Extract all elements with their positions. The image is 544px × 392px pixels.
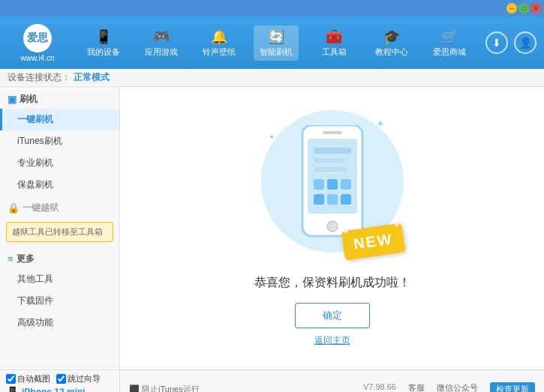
footer-links: V7.98.66 客服 微信公众号 检查更新 <box>363 382 535 392</box>
tutorial-icon: 🎓 <box>383 28 400 45</box>
auto-screenshot-checkbox[interactable]: 自动截图 <box>6 373 50 385</box>
return-link[interactable]: 返回主页 <box>314 334 350 347</box>
footer-device-panel: 自动截图 跳过向导 📱 iPhone 12 mini 64GB Down-12m… <box>0 370 120 392</box>
sidebar-item-other-tools[interactable]: 其他工具 <box>0 268 119 290</box>
nav-bar: 📱 我的设备 🎮 应用游戏 🔔 铃声壁纸 🔄 智能刷机 🧰 工具箱 🎓 教程中心… <box>75 25 478 61</box>
toolbox-icon: 🧰 <box>326 28 342 45</box>
header: 爱思 www.i4.cn 📱 我的设备 🎮 应用游戏 🔔 铃声壁纸 🔄 智能刷机… <box>0 16 544 69</box>
jailbreak-notice-text: 越狱工具已转移至工具箱 <box>12 227 103 236</box>
window-controls: ─ □ ✕ <box>506 3 541 13</box>
ringtone-icon: 🔔 <box>211 28 227 45</box>
svg-rect-5 <box>314 158 344 163</box>
svg-rect-10 <box>314 194 324 205</box>
footer-right-panel: ⬛ 阻止iTunes运行 V7.98.66 客服 微信公众号 检查更新 <box>120 370 544 392</box>
flash-section-icon: ▣ <box>8 94 17 105</box>
svg-rect-12 <box>341 194 351 205</box>
download-button[interactable]: ⬇ <box>485 31 508 54</box>
nav-apps-games[interactable]: 🎮 应用游戏 <box>139 25 184 61</box>
svg-rect-9 <box>341 179 351 190</box>
toolbox-label: 工具箱 <box>322 46 347 58</box>
smart-flash-label: 智能刷机 <box>260 46 293 58</box>
sidebar-item-itunes-flash[interactable]: iTunes刷机 <box>0 130 119 152</box>
nav-toolbox[interactable]: 🧰 工具箱 <box>311 25 356 61</box>
stop-itunes-text: ⬛ 阻止iTunes运行 <box>129 385 200 392</box>
auto-screenshot-input[interactable] <box>6 374 16 384</box>
nav-shop[interactable]: 🛒 爱思商城 <box>427 25 472 61</box>
sidebar-item-pro-flash[interactable]: 专业刷机 <box>0 152 119 174</box>
svg-rect-4 <box>314 148 351 154</box>
sidebar-section-more: ≡ 更多 <box>0 247 119 268</box>
sidebar-item-advanced[interactable]: 高级功能 <box>0 312 119 334</box>
nav-smart-flash[interactable]: 🔄 智能刷机 <box>254 25 299 61</box>
ringtone-label: 铃声壁纸 <box>203 46 236 58</box>
svg-rect-6 <box>314 167 347 172</box>
sidebar-section-flash: ▣ 刷机 <box>0 87 119 109</box>
status-label: 设备连接状态： <box>8 71 71 84</box>
svg-rect-8 <box>327 179 338 190</box>
sparkle-top-right: ✦ <box>376 118 385 130</box>
device-line: 📱 iPhone 12 mini <box>6 386 113 392</box>
apps-label: 应用游戏 <box>145 46 178 58</box>
success-message: 恭喜您，保资料刷机成功啦！ <box>254 275 410 291</box>
logo-url: www.i4.cn <box>20 54 54 62</box>
smart-flash-icon: 🔄 <box>268 28 284 45</box>
app-footer: 自动截图 跳过向导 📱 iPhone 12 mini 64GB Down-12m… <box>0 370 544 392</box>
jailbreak-icon: 🔒 <box>8 202 20 214</box>
phone-illustration: NEW ✦ ✦ ✦ ✦ <box>257 110 407 260</box>
apps-icon: 🎮 <box>153 28 170 45</box>
nav-ringtone[interactable]: 🔔 铃声壁纸 <box>197 25 242 61</box>
logo[interactable]: 爱思 www.i4.cn <box>8 24 68 62</box>
logo-icon: 爱思 <box>27 31 48 45</box>
confirm-button[interactable]: 确定 <box>295 303 370 328</box>
user-button[interactable]: 👤 <box>514 31 536 54</box>
main-content: NEW ✦ ✦ ✦ ✦ 恭喜您，保资料刷机成功啦！ 确定 返回主页 <box>120 87 544 370</box>
device-phone-icon: 📱 <box>6 386 19 392</box>
nav-my-device[interactable]: 📱 我的设备 <box>81 25 126 61</box>
status-value: 正常模式 <box>74 71 110 84</box>
skip-wizard-checkbox[interactable]: 跳过向导 <box>56 373 101 385</box>
svg-point-2 <box>327 221 338 232</box>
download-firmware-label: 下载固件 <box>17 295 53 306</box>
more-section-icon: ≡ <box>8 253 14 265</box>
sidebar-section-jailbreak: 🔒 一键越狱 <box>0 196 119 217</box>
header-right-buttons: ⬇ 👤 <box>485 31 536 54</box>
nav-tutorial[interactable]: 🎓 教程中心 <box>369 25 414 61</box>
sidebar-item-save-flash[interactable]: 保盘刷机 <box>0 174 119 196</box>
sparkle-right: ✦ <box>393 220 400 229</box>
pro-flash-label: 专业刷机 <box>17 157 53 168</box>
my-device-icon: 📱 <box>95 28 112 45</box>
svg-rect-7 <box>314 179 324 190</box>
phone-svg <box>299 125 366 245</box>
shop-icon: 🛒 <box>441 28 458 45</box>
close-button[interactable]: ✕ <box>530 3 541 13</box>
itunes-flash-label: iTunes刷机 <box>17 136 62 146</box>
my-device-label: 我的设备 <box>87 46 120 58</box>
check-update-button[interactable]: 检查更新 <box>490 382 535 392</box>
main-layout: ▣ 刷机 一键刷机 iTunes刷机 专业刷机 保盘刷机 🔒 一键越狱 越狱工具… <box>0 87 544 370</box>
jailbreak-section-title: 一键越狱 <box>23 202 59 214</box>
save-flash-label: 保盘刷机 <box>17 179 53 190</box>
status-bar: 设备连接状态： 正常模式 <box>0 69 544 87</box>
sparkle-left-mid: ✦ <box>269 133 275 141</box>
logo-circle: 爱思 <box>23 24 52 52</box>
skip-wizard-label: 跳过向导 <box>68 373 101 385</box>
footer-checkboxes: 自动截图 跳过向导 <box>6 373 113 385</box>
maximize-button[interactable]: □ <box>518 3 529 13</box>
skip-wizard-input[interactable] <box>56 374 66 384</box>
jailbreak-notice: 越狱工具已转移至工具箱 <box>6 222 113 242</box>
sparkle-left: ✦ <box>342 227 349 236</box>
auto-screenshot-label: 自动截图 <box>17 373 50 385</box>
sidebar-item-download-firmware[interactable]: 下载固件 <box>0 290 119 312</box>
more-section-title: 更多 <box>17 253 35 265</box>
one-key-flash-label: 一键刷机 <box>17 114 53 124</box>
customer-service-link[interactable]: 客服 <box>408 382 425 392</box>
shop-label: 爱思商城 <box>433 46 466 58</box>
svg-rect-3 <box>323 131 342 134</box>
other-tools-label: 其他工具 <box>17 274 53 284</box>
minimize-button[interactable]: ─ <box>506 3 517 13</box>
sidebar-item-one-key-flash[interactable]: 一键刷机 <box>0 109 119 130</box>
wechat-public-link[interactable]: 微信公众号 <box>437 382 478 392</box>
version-text: V7.98.66 <box>363 382 396 392</box>
device-name: iPhone 12 mini <box>22 387 86 392</box>
svg-rect-11 <box>327 194 338 205</box>
